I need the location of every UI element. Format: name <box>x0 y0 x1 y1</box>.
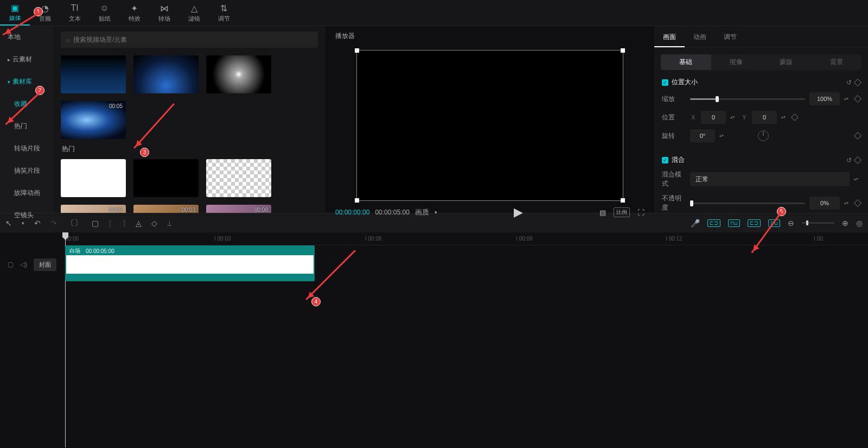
split-icon[interactable]: 〔〕 <box>67 218 82 228</box>
sidebar-transitions[interactable]: 转场片段 <box>0 137 53 160</box>
stepper-icon[interactable]: ▴▾ <box>730 111 737 124</box>
resize-handle[interactable] <box>621 48 625 53</box>
sidebar-library[interactable]: ▾素材库 <box>0 71 53 93</box>
resize-handle[interactable] <box>621 198 625 203</box>
asset-thumb-white[interactable] <box>61 159 126 197</box>
keyframe-icon[interactable] <box>854 132 861 140</box>
blend-mode-select[interactable]: 正常 <box>690 172 850 186</box>
fullscreen-icon[interactable]: ⛶ <box>637 209 644 217</box>
keyframe-icon[interactable] <box>854 95 861 103</box>
search-box[interactable]: ⌕ <box>61 31 318 48</box>
mute-icon[interactable]: ◁) <box>20 261 27 268</box>
delete-icon[interactable]: ▢ <box>92 219 99 228</box>
checkbox-blend[interactable]: ✓ <box>662 157 668 163</box>
sidebar-funny[interactable]: 搞笑片段 <box>0 160 53 182</box>
stepper-icon[interactable]: ▴▾ <box>781 111 788 124</box>
trim-right-icon[interactable]: ⟧ <box>122 219 126 228</box>
rotation-dial[interactable] <box>758 130 769 141</box>
opacity-value[interactable]: 0% <box>809 197 840 210</box>
cover-button[interactable]: 封面 <box>34 258 56 271</box>
magnet-start-icon[interactable]: ⊏⊐ <box>707 219 720 227</box>
props-tab-picture[interactable]: 画面 <box>654 26 685 47</box>
resize-handle[interactable] <box>355 198 359 203</box>
scale-slider[interactable] <box>690 98 805 100</box>
stepper-icon[interactable]: ▴▾ <box>854 173 860 186</box>
quality-button[interactable]: 画质 <box>415 207 429 217</box>
keyframe-icon[interactable] <box>854 199 861 207</box>
timeline-ruler[interactable]: 00:00 I 00:03 I 00:06 I 00:09 I 00:12 I … <box>65 232 868 245</box>
reset-icon[interactable]: ↺ <box>846 156 852 164</box>
stepper-icon[interactable]: ▴▾ <box>844 92 851 105</box>
asset-thumb[interactable] <box>206 55 271 93</box>
sidebar-favorites[interactable]: 收藏 <box>0 93 53 115</box>
keyframe-icon[interactable] <box>854 156 861 163</box>
tab-effects[interactable]: ✦ 特效 <box>119 0 149 26</box>
sidebar-cloud[interactable]: ▸云素材 <box>0 48 53 71</box>
scale-value[interactable]: 100% <box>809 92 840 105</box>
resize-handle[interactable] <box>355 48 359 53</box>
redo-icon[interactable]: ↷ <box>50 219 57 228</box>
subtab-background[interactable]: 背景 <box>812 54 862 70</box>
subtab-basic[interactable]: 基础 <box>661 54 711 70</box>
tab-media[interactable]: ▣ 媒体 <box>0 0 30 26</box>
section-position-size: 位置大小 <box>672 78 698 87</box>
asset-thumb[interactable]: 00:03 <box>133 205 199 213</box>
asset-thumb[interactable] <box>61 55 126 93</box>
undo-icon[interactable]: ↶ <box>34 219 41 228</box>
play-button[interactable]: ▶ <box>514 205 523 219</box>
timeline-clip[interactable]: 白场 00:00:05:00 <box>65 245 315 281</box>
sidebar-glitch[interactable]: 故障动画 <box>0 182 53 204</box>
reset-icon[interactable]: ↺ <box>846 79 852 86</box>
tab-audio[interactable]: ◔ 音频 <box>30 0 60 26</box>
lock-icon[interactable]: ▢ <box>8 261 14 268</box>
subtab-cutout[interactable]: 抠像 <box>711 54 762 70</box>
crop-icon[interactable]: ⟂ <box>167 219 171 228</box>
chevron-down-icon[interactable]: ▾ <box>435 210 437 215</box>
cursor-tool-icon[interactable]: ↖ <box>5 219 12 228</box>
trim-left-icon[interactable]: ⟦ <box>108 219 112 228</box>
position-y[interactable]: 0 <box>752 111 777 124</box>
tab-transition[interactable]: ⋈ 转场 <box>149 0 179 26</box>
position-x[interactable]: 0 <box>701 111 726 124</box>
player-title: 播放器 <box>328 26 652 46</box>
mirror-icon[interactable]: ◬ <box>136 219 142 228</box>
props-tab-animation[interactable]: 动画 <box>685 26 715 47</box>
zoom-in-icon[interactable]: ⊕ <box>842 219 848 228</box>
keyframe-icon[interactable] <box>854 78 861 86</box>
player-canvas[interactable] <box>356 50 623 201</box>
rotation-value[interactable]: 0° <box>690 129 715 142</box>
sidebar-hot[interactable]: 热门 <box>0 115 53 137</box>
ratio-button[interactable]: 比例 <box>614 207 630 217</box>
tab-text[interactable]: TI 文本 <box>60 0 90 26</box>
adjust-icon: ⇅ <box>220 3 227 14</box>
sidebar-local[interactable]: 本地 <box>0 26 53 48</box>
asset-thumb-black[interactable] <box>133 159 199 197</box>
tab-sticker[interactable]: ☺ 贴纸 <box>90 0 119 26</box>
zoom-out-icon[interactable]: ⊖ <box>788 219 794 228</box>
zoom-slider[interactable] <box>802 222 834 224</box>
props-tab-adjust[interactable]: 调节 <box>715 26 745 47</box>
asset-thumb[interactable] <box>133 55 199 93</box>
search-input[interactable] <box>73 36 312 43</box>
stepper-icon[interactable]: ▴▾ <box>719 129 726 142</box>
clip-name: 白场 <box>69 247 80 255</box>
asset-thumb[interactable]: 00:03 <box>61 205 126 213</box>
tab-adjust[interactable]: ⇅ 调节 <box>209 0 239 26</box>
magnet-end-icon[interactable]: ⊓⊔ <box>768 219 780 227</box>
asset-thumb[interactable]: 00:08 <box>206 205 271 213</box>
magnet-icon[interactable]: ⊓⊔ <box>728 219 740 227</box>
keyframe-icon[interactable] <box>791 113 799 121</box>
subtab-mask[interactable]: 蒙版 <box>761 54 812 70</box>
chevron-down-icon[interactable]: ▾ <box>22 220 24 226</box>
opacity-slider[interactable] <box>690 203 805 204</box>
mic-icon[interactable]: 🎤 <box>691 219 700 228</box>
stepper-icon[interactable]: ▴▾ <box>844 197 851 210</box>
rotate-icon[interactable]: ◇ <box>151 219 157 228</box>
checkbox-position[interactable]: ✓ <box>662 79 668 86</box>
compare-icon[interactable]: ▧ <box>599 209 606 217</box>
magnet-icon[interactable]: ⊏⊐ <box>748 219 761 227</box>
zoom-fit-icon[interactable]: ◎ <box>856 219 863 228</box>
asset-thumb[interactable]: 00:05 <box>61 101 126 139</box>
asset-thumb-transparent[interactable] <box>206 159 271 197</box>
tab-filter[interactable]: △ 滤镜 <box>179 0 209 26</box>
